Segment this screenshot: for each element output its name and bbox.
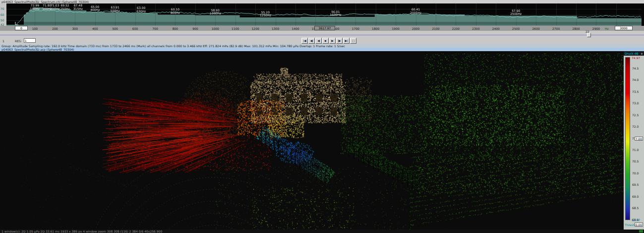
freq-tick-label: 400 — [92, 27, 98, 30]
colorbar-tick-label: 69.5 — [632, 183, 639, 186]
colorbar-tick-label: 71.0 — [632, 148, 639, 152]
freq-tick-label: 500 — [112, 27, 117, 30]
freq-tick-label: 2800 — [572, 27, 580, 30]
res-label: RES: — [15, 39, 22, 43]
photo3d-view: Druck dB + 74.97 74.574.073.573.072.572.… — [0, 51, 644, 230]
freq-tick-label: 1800 — [372, 27, 379, 30]
freq-tick-label: 2900 — [592, 27, 600, 30]
freq-tick-label: 900 — [192, 27, 198, 30]
colorbar-title: Druck dB — [625, 52, 639, 55]
colorbar-gradient[interactable] — [625, 57, 630, 220]
freq-tick-label: 2700 — [552, 27, 560, 30]
analysis-status-text: Group: Amplitude Sampling rate: 192.0 kH… — [0, 44, 644, 48]
colorbar-tick-label: 74.5 — [632, 67, 639, 70]
step-back-button[interactable]: ◀| — [308, 38, 315, 44]
skip-start-button[interactable]: |◀ — [301, 38, 308, 44]
loop-button[interactable]: ▢ — [350, 38, 356, 44]
stop-button[interactable]: ■ — [322, 38, 329, 44]
colorbar-tick-label: 74.0 — [632, 78, 639, 81]
slider-track[interactable] — [0, 35, 644, 35]
freq-tick-label: 300 — [72, 27, 78, 30]
colorbar-panel: Druck dB + 74.97 74.574.073.573.072.572.… — [624, 51, 644, 230]
freq-tick-label: 1000 — [212, 27, 219, 30]
colorbar-tick-label: 72.0 — [632, 125, 639, 128]
axis-unit-label: Hz — [605, 27, 609, 30]
frequency-axis: 1002003004005006007008009001000110012001… — [0, 26, 644, 31]
dynamic-range-input[interactable]: 7.00 — [635, 137, 643, 141]
photo3d-window-title: p04063_SpectralPhoto3D.acp (Sphere48_703… — [0, 48, 644, 51]
play-button[interactable]: ▶ — [329, 38, 336, 44]
freq-tick-label: 100 — [32, 27, 38, 30]
colorbar-tick-label: 69.0 — [632, 195, 639, 198]
freq-tick-label: 2300 — [472, 27, 479, 30]
status-bar-text: 1 window(s): 2D 1.05 µPa 2D 33.61 ms 193… — [1, 230, 162, 233]
status-bar: 1 window(s): 2D 1.05 µPa 2D 33.61 ms 193… — [0, 230, 644, 233]
expand-icon[interactable]: + — [641, 51, 643, 56]
freq-tick-label: 600 — [132, 27, 138, 30]
colorbar-max-value: 74.97 — [632, 56, 640, 60]
colorbar-tick-label: 73.0 — [632, 101, 639, 105]
freq-tick-label: 1300 — [272, 27, 279, 30]
freq-max-input[interactable]: 3000 — [615, 26, 633, 30]
play-backward-button[interactable]: ◀ — [315, 38, 322, 44]
freq-tick-label: 1900 — [392, 27, 400, 30]
skip-end-button[interactable]: ▶| — [343, 38, 350, 44]
res-input[interactable] — [24, 38, 36, 43]
status-indicator — [639, 230, 643, 233]
threshold-label: Thresh — [625, 223, 635, 227]
freq-tick-label: 2500 — [512, 27, 520, 30]
spectrum-chart-canvas[interactable] — [0, 3, 644, 26]
freq-tick-label: 2000 — [412, 27, 419, 30]
freq-tick-label: 1200 — [252, 27, 259, 30]
cursor-frequency-readout: 3617.97 — [314, 26, 335, 30]
transport-row: 1 RES: |◀◀|◀■▶|▶▶|▢ — [0, 38, 644, 44]
freq-tick-label: 200 — [52, 27, 58, 30]
colorbar-tick-label: 68.5 — [632, 206, 639, 210]
slider-value-label: 22 — [585, 30, 589, 33]
pointcloud-viewport[interactable] — [0, 51, 624, 230]
freq-tick-label: 2400 — [492, 27, 500, 30]
slider-handle[interactable] — [587, 33, 591, 37]
row-index-label: 1 — [2, 39, 4, 43]
freq-tick-label: 2600 — [532, 27, 540, 30]
freq-tick-label: 1100 — [232, 27, 239, 30]
colorbar-tick-label: 72.5 — [632, 113, 639, 117]
freq-tick-label: 1400 — [292, 27, 299, 30]
colorbar-min-value: 67.97 — [632, 218, 640, 222]
freq-tick-label: 1700 — [352, 27, 359, 30]
colorbar-tick-label: 70.5 — [632, 159, 639, 163]
transport-controls: |◀◀|◀■▶|▶▶|▢ — [301, 38, 356, 44]
freq-tick-label: 800 — [173, 27, 178, 30]
position-slider[interactable]: 22 — [0, 31, 644, 38]
colorbar-tick-label: 70.0 — [632, 171, 639, 175]
acoustic-camera-app: p04063_SpectralPhoto3D_Spectrum.chl (Sph… — [0, 0, 644, 233]
freq-min-input[interactable]: 0 — [15, 26, 28, 30]
threshold-input[interactable]: 0.00 — [635, 223, 643, 227]
freq-tick-label: 700 — [152, 27, 158, 30]
freq-tick-label: 2100 — [432, 27, 439, 30]
freq-tick-label: 2200 — [452, 27, 460, 30]
colorbar-tick-label: 73.5 — [632, 90, 639, 93]
colorbar-header: Druck dB + — [624, 51, 644, 56]
step-forward-button[interactable]: |▶ — [336, 38, 343, 44]
spectrum-window-title: p04063_SpectralPhoto3D_Spectrum.chl (Sph… — [0, 0, 644, 3]
